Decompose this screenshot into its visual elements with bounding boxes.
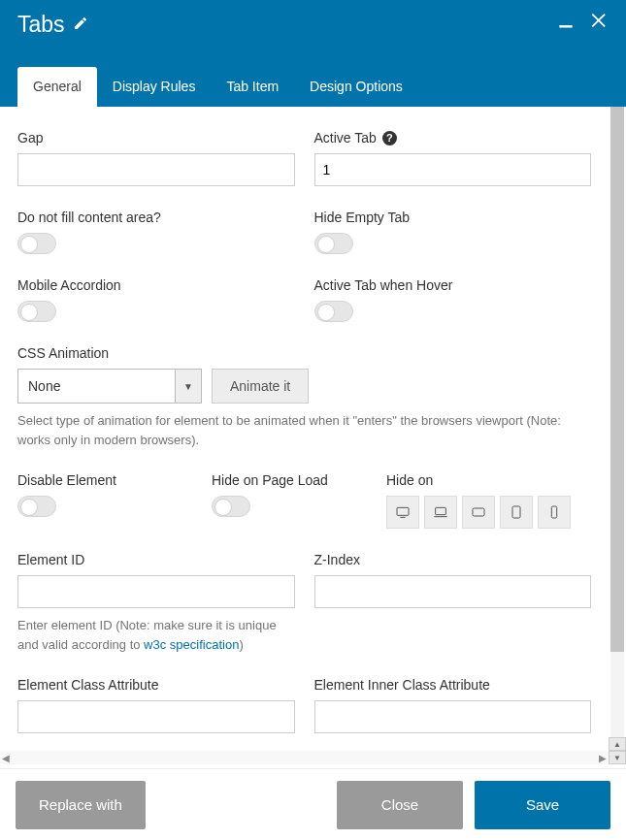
vertical-scrollbar[interactable] <box>610 107 624 748</box>
svg-rect-7 <box>551 506 556 518</box>
tab-design-options[interactable]: Design Options <box>294 67 418 107</box>
tab-general[interactable]: General <box>17 67 97 107</box>
close-button[interactable]: Close <box>337 781 463 829</box>
animate-it-button[interactable]: Animate it <box>212 369 309 404</box>
device-laptop-button[interactable] <box>424 496 457 529</box>
active-hover-toggle[interactable] <box>314 301 353 322</box>
svg-rect-3 <box>436 507 446 514</box>
save-button[interactable]: Save <box>475 781 610 829</box>
element-inner-class-label: Element Inner Class Attribute <box>314 677 592 693</box>
z-index-label: Z-Index <box>314 552 592 567</box>
element-class-input[interactable] <box>17 700 295 733</box>
hide-empty-toggle[interactable] <box>314 233 353 254</box>
dialog-title: Tabs <box>17 12 65 38</box>
mobile-accordion-label: Mobile Accordion <box>17 277 295 293</box>
do-not-fill-label: Do not fill content area? <box>17 210 295 225</box>
chevron-down-icon: ▼ <box>175 369 202 404</box>
active-tab-label: Active Tab <box>314 130 377 145</box>
svg-rect-1 <box>397 507 409 515</box>
element-id-label: Element ID <box>17 552 295 567</box>
tab-display-rules[interactable]: Display Rules <box>97 67 212 107</box>
z-index-input[interactable] <box>314 575 592 608</box>
element-id-input[interactable] <box>17 575 295 608</box>
help-icon[interactable]: ? <box>382 131 397 145</box>
minimize-icon[interactable] <box>556 11 576 34</box>
css-animation-note: Select type of animation for element to … <box>17 411 591 449</box>
svg-rect-0 <box>559 25 572 28</box>
device-desktop-button[interactable] <box>386 496 419 529</box>
scroll-up-button[interactable]: ▲ <box>609 737 626 751</box>
svg-rect-5 <box>473 508 484 516</box>
css-animation-select[interactable]: None ▼ <box>17 369 202 404</box>
do-not-fill-toggle[interactable] <box>17 233 56 254</box>
element-inner-class-input[interactable] <box>314 700 592 733</box>
element-class-label: Element Class Attribute <box>17 677 295 693</box>
tab-tab-item[interactable]: Tab Item <box>211 67 294 107</box>
gap-input[interactable] <box>17 153 295 186</box>
gap-label: Gap <box>17 130 295 145</box>
disable-element-toggle[interactable] <box>17 496 56 517</box>
active-tab-input[interactable] <box>314 153 592 186</box>
disable-element-label: Disable Element <box>17 472 192 488</box>
css-animation-label: CSS Animation <box>17 345 591 361</box>
hide-page-load-toggle[interactable] <box>212 496 250 517</box>
svg-rect-6 <box>512 506 520 518</box>
device-tablet-portrait-button[interactable] <box>500 496 533 529</box>
css-animation-value: None <box>17 369 175 404</box>
device-mobile-button[interactable] <box>538 496 571 529</box>
active-hover-label: Active Tab when Hover <box>314 277 592 293</box>
replace-with-button[interactable]: Replace with <box>16 781 146 829</box>
device-tablet-landscape-button[interactable] <box>462 496 495 529</box>
horizontal-scrollbar[interactable]: ◀▶ <box>0 751 609 764</box>
mobile-accordion-toggle[interactable] <box>17 301 56 322</box>
hide-page-load-label: Hide on Page Load <box>212 472 367 488</box>
pencil-icon[interactable] <box>73 16 88 35</box>
scroll-down-button[interactable]: ▼ <box>609 751 626 764</box>
hide-on-label: Hide on <box>386 472 571 488</box>
element-id-note: Enter element ID (Note: make sure it is … <box>17 616 295 654</box>
w3c-link[interactable]: w3c specification <box>144 637 239 652</box>
hide-empty-label: Hide Empty Tab <box>314 210 592 225</box>
close-icon[interactable] <box>589 10 610 35</box>
